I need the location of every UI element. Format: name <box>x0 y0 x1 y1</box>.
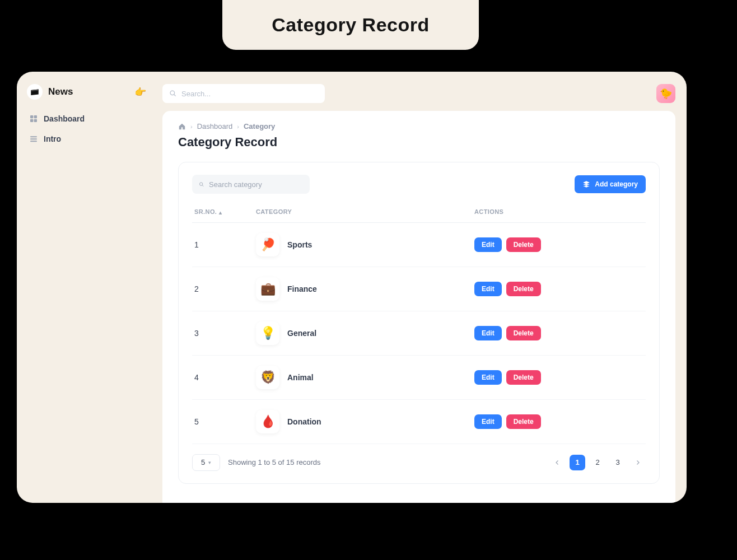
col-srno[interactable]: SR.NO.▴ <box>192 204 254 222</box>
svg-rect-4 <box>30 136 37 137</box>
breadcrumb-dashboard[interactable]: Dashboard <box>197 122 233 130</box>
layers-icon <box>582 180 590 188</box>
cell-srno: 5 <box>192 399 254 444</box>
chevron-right-icon: › <box>190 123 193 130</box>
logo-text: News <box>48 86 73 97</box>
global-search-input[interactable] <box>181 90 318 98</box>
category-card: Add category SR.NO.▴ CATEGORY ACTIONS 1🏓… <box>178 162 660 484</box>
cell-category: 💡General <box>254 311 472 355</box>
showing-text: Showing 1 to 5 of 15 records <box>228 458 321 466</box>
category-name: Sports <box>287 240 312 249</box>
hand-pointing-icon[interactable]: 👈 <box>135 86 147 98</box>
svg-line-8 <box>174 95 176 96</box>
page-2[interactable]: 2 <box>590 455 605 470</box>
cell-actions: EditDelete <box>472 311 646 355</box>
cell-srno: 4 <box>192 355 254 399</box>
search-icon <box>169 90 177 97</box>
category-icon: 🩸 <box>256 410 279 433</box>
svg-rect-6 <box>30 141 37 142</box>
col-actions: ACTIONS <box>472 204 646 222</box>
page-1[interactable]: 1 <box>570 455 585 470</box>
grid-icon <box>29 114 38 123</box>
delete-button[interactable]: Delete <box>506 370 541 385</box>
category-icon: 🦁 <box>256 366 279 389</box>
add-category-button[interactable]: Add category <box>575 175 646 193</box>
cell-category: 🏓Sports <box>254 222 472 267</box>
table-row: 1🏓SportsEditDelete <box>192 222 646 267</box>
svg-rect-2 <box>30 119 33 122</box>
edit-button[interactable]: Edit <box>474 237 502 252</box>
category-icon: 💼 <box>256 277 279 301</box>
category-name: Finance <box>287 284 317 293</box>
search-icon <box>199 181 204 188</box>
pagination: 5 ▾ Showing 1 to 5 of 15 records 123 <box>192 454 646 471</box>
app-window: News 👈 Dashboard Intro 🐤 › Dashboard › C… <box>17 72 687 503</box>
category-search[interactable] <box>192 175 310 194</box>
table-row: 3💡GeneralEditDelete <box>192 311 646 355</box>
main-content: › Dashboard › Category Category Record A… <box>162 111 675 503</box>
logo-icon <box>27 84 43 100</box>
svg-rect-5 <box>30 138 37 139</box>
global-search[interactable] <box>162 84 325 103</box>
page-title: Category Record <box>178 135 660 150</box>
svg-point-7 <box>170 91 175 95</box>
cell-actions: EditDelete <box>472 222 646 267</box>
edit-button[interactable]: Edit <box>474 326 502 340</box>
category-name: Animal <box>287 373 314 382</box>
sidebar-item-intro[interactable]: Intro <box>25 129 149 149</box>
edit-button[interactable]: Edit <box>474 414 502 429</box>
breadcrumb-current: Category <box>244 122 275 130</box>
title-card-text: Category Record <box>272 14 429 36</box>
page-size-value: 5 <box>201 458 205 466</box>
chevron-down-icon: ▾ <box>208 460 211 465</box>
delete-button[interactable]: Delete <box>506 237 541 252</box>
page-3[interactable]: 3 <box>610 455 626 470</box>
svg-point-9 <box>199 182 202 185</box>
category-icon: 🏓 <box>256 233 279 256</box>
sidebar-item-label: Intro <box>44 134 61 143</box>
category-name: General <box>287 329 316 338</box>
svg-rect-3 <box>34 119 37 122</box>
svg-line-10 <box>202 185 203 186</box>
edit-button[interactable]: Edit <box>474 370 502 385</box>
cell-srno: 1 <box>192 222 254 267</box>
page-size-select[interactable]: 5 ▾ <box>192 454 220 471</box>
cell-category: 🦁Animal <box>254 355 472 399</box>
chevron-right-icon: › <box>237 123 239 130</box>
cell-category: 💼Finance <box>254 267 472 311</box>
category-search-input[interactable] <box>209 180 303 189</box>
edit-button[interactable]: Edit <box>474 282 502 296</box>
sidebar-item-dashboard[interactable]: Dashboard <box>25 109 149 129</box>
add-category-label: Add category <box>595 180 638 188</box>
sort-asc-icon: ▴ <box>219 209 222 216</box>
svg-rect-0 <box>30 115 33 118</box>
cell-category: 🩸Donation <box>254 399 472 444</box>
category-table: SR.NO.▴ CATEGORY ACTIONS 1🏓SportsEditDel… <box>192 204 646 444</box>
page-prev[interactable] <box>549 455 565 470</box>
category-icon: 💡 <box>256 321 279 345</box>
topbar: 🐤 <box>162 84 675 103</box>
sidebar: News 👈 Dashboard Intro <box>17 72 157 503</box>
col-category[interactable]: CATEGORY <box>254 204 472 222</box>
sidebar-item-label: Dashboard <box>44 114 85 123</box>
delete-button[interactable]: Delete <box>506 326 541 340</box>
page-next[interactable] <box>630 455 646 470</box>
avatar[interactable]: 🐤 <box>656 84 675 103</box>
cell-srno: 3 <box>192 311 254 355</box>
table-row: 4🦁AnimalEditDelete <box>192 355 646 399</box>
sliders-icon <box>29 134 38 143</box>
table-row: 2💼FinanceEditDelete <box>192 267 646 311</box>
chevron-right-icon <box>635 459 641 466</box>
svg-rect-1 <box>34 115 37 118</box>
logo[interactable]: News 👈 <box>25 83 149 109</box>
delete-button[interactable]: Delete <box>506 282 541 296</box>
title-card: Category Record <box>222 0 479 50</box>
home-icon[interactable] <box>178 123 186 130</box>
breadcrumb: › Dashboard › Category <box>178 122 660 130</box>
cell-actions: EditDelete <box>472 399 646 444</box>
cell-actions: EditDelete <box>472 355 646 399</box>
cell-actions: EditDelete <box>472 267 646 311</box>
delete-button[interactable]: Delete <box>506 414 541 429</box>
category-name: Donation <box>287 417 321 426</box>
table-row: 5🩸DonationEditDelete <box>192 399 646 444</box>
